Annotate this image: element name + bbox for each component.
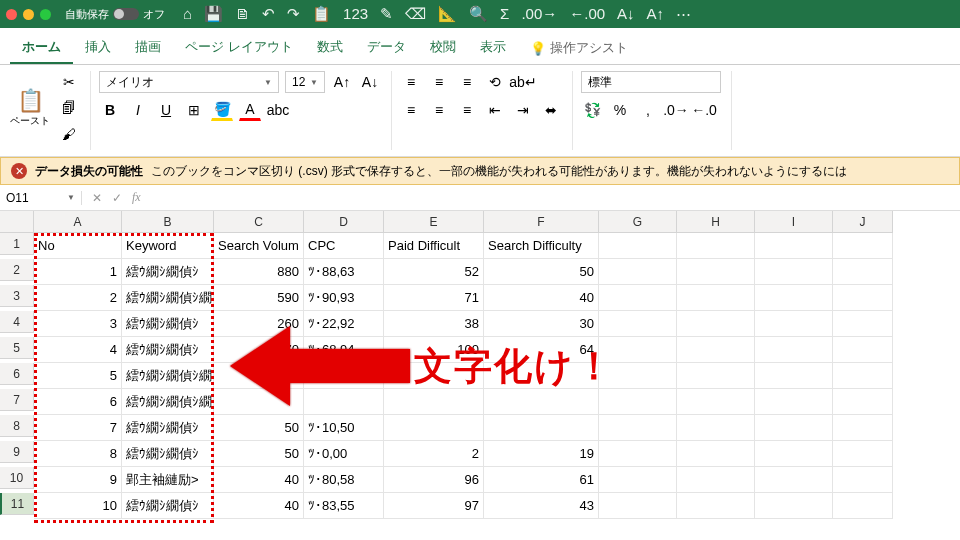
cell[interactable]: 43 bbox=[484, 493, 599, 519]
copy-icon[interactable]: 🗐 bbox=[58, 97, 80, 119]
header-cell[interactable]: Search Difficulty bbox=[484, 233, 599, 259]
cell[interactable] bbox=[755, 467, 833, 493]
cell[interactable] bbox=[833, 259, 893, 285]
align-right-icon[interactable]: ≡ bbox=[456, 99, 478, 121]
font-size-select[interactable]: 12▼ bbox=[285, 71, 325, 93]
cell[interactable] bbox=[833, 311, 893, 337]
cell[interactable] bbox=[484, 415, 599, 441]
cell[interactable] bbox=[833, 337, 893, 363]
decimal-dec-icon[interactable]: ←.00 bbox=[569, 5, 605, 23]
cell[interactable]: 繧ｳ繝ｼ繝偵ｼ繝 bbox=[122, 285, 214, 311]
cell[interactable] bbox=[677, 415, 755, 441]
cell[interactable]: 2 bbox=[384, 441, 484, 467]
header-cell[interactable]: CPC bbox=[304, 233, 384, 259]
cell[interactable] bbox=[833, 493, 893, 519]
cut-icon[interactable]: ✂ bbox=[58, 71, 80, 93]
decrease-indent-icon[interactable]: ⇤ bbox=[484, 99, 506, 121]
cell[interactable]: 6 bbox=[34, 389, 122, 415]
cell[interactable] bbox=[677, 311, 755, 337]
header-cell[interactable]: No bbox=[34, 233, 122, 259]
row-header[interactable]: 6 bbox=[0, 363, 34, 385]
cell[interactable] bbox=[599, 467, 677, 493]
cell[interactable]: 繧ｳ繝ｼ繝偵ｼ bbox=[122, 311, 214, 337]
cell[interactable] bbox=[599, 493, 677, 519]
comma-icon[interactable]: , bbox=[637, 99, 659, 121]
row-header[interactable]: 10 bbox=[0, 467, 34, 489]
cell[interactable]: 71 bbox=[384, 285, 484, 311]
merge-icon[interactable]: ⬌ bbox=[540, 99, 562, 121]
close-warning-button[interactable]: ✕ bbox=[11, 163, 27, 179]
cell[interactable]: 590 bbox=[214, 285, 304, 311]
close-icon[interactable] bbox=[6, 9, 17, 20]
cell[interactable]: 50 bbox=[484, 259, 599, 285]
tab-pagelayout[interactable]: ページ レイアウト bbox=[173, 32, 305, 64]
cell[interactable]: ﾂ･80,58 bbox=[304, 467, 384, 493]
cell[interactable] bbox=[755, 363, 833, 389]
cell[interactable] bbox=[599, 259, 677, 285]
cell[interactable]: 郢主袖縺励> bbox=[122, 467, 214, 493]
header-cell[interactable]: Keyword bbox=[122, 233, 214, 259]
row-header[interactable]: 5 bbox=[0, 337, 34, 359]
clipboard-icon[interactable]: 📋 bbox=[312, 5, 331, 23]
cell[interactable] bbox=[384, 415, 484, 441]
ruler-icon[interactable]: 📐 bbox=[438, 5, 457, 23]
column-header[interactable]: B bbox=[122, 211, 214, 233]
cell[interactable]: ﾂ･10,50 bbox=[304, 415, 384, 441]
header-cell[interactable]: Paid Difficult bbox=[384, 233, 484, 259]
underline-button[interactable]: U bbox=[155, 99, 177, 121]
column-header[interactable]: E bbox=[384, 211, 484, 233]
row-header[interactable]: 9 bbox=[0, 441, 34, 463]
row-header[interactable]: 2 bbox=[0, 259, 34, 281]
tab-review[interactable]: 校閲 bbox=[418, 32, 468, 64]
increase-font-icon[interactable]: A↑ bbox=[331, 71, 353, 93]
column-header[interactable]: I bbox=[755, 211, 833, 233]
window-controls[interactable] bbox=[6, 9, 51, 20]
cell[interactable] bbox=[677, 389, 755, 415]
number-format-select[interactable]: 標準 bbox=[581, 71, 721, 93]
cell[interactable]: 4 bbox=[34, 337, 122, 363]
cell[interactable]: 40 bbox=[214, 467, 304, 493]
sigma-icon[interactable]: Σ bbox=[500, 5, 509, 23]
cell[interactable] bbox=[833, 467, 893, 493]
tab-home[interactable]: ホーム bbox=[10, 32, 73, 64]
tab-view[interactable]: 表示 bbox=[468, 32, 518, 64]
tab-draw[interactable]: 描画 bbox=[123, 32, 173, 64]
cell[interactable]: 繧ｳ繝ｼ繝偵ｼ bbox=[122, 337, 214, 363]
zoom-icon[interactable] bbox=[40, 9, 51, 20]
header-cell[interactable]: Search Volum bbox=[214, 233, 304, 259]
cancel-formula-icon[interactable]: ✕ bbox=[92, 191, 102, 205]
orientation-icon[interactable]: ⟲ bbox=[484, 71, 506, 93]
cell[interactable] bbox=[755, 311, 833, 337]
pen-icon[interactable]: ✎ bbox=[380, 5, 393, 23]
cell[interactable]: ﾂ･88,63 bbox=[304, 259, 384, 285]
cell[interactable] bbox=[755, 389, 833, 415]
sort-za-icon[interactable]: A↑ bbox=[647, 5, 665, 23]
name-box[interactable]: O11▼ bbox=[0, 191, 82, 205]
header-cell[interactable] bbox=[677, 233, 755, 259]
column-header[interactable]: J bbox=[833, 211, 893, 233]
align-left-icon[interactable]: ≡ bbox=[400, 99, 422, 121]
cell[interactable]: 2 bbox=[34, 285, 122, 311]
cell[interactable]: ﾂ･90,93 bbox=[304, 285, 384, 311]
cell[interactable]: 10 bbox=[34, 493, 122, 519]
cell[interactable]: 19 bbox=[484, 441, 599, 467]
decimal-dec-icon[interactable]: ←.0 bbox=[693, 99, 715, 121]
wrap-text-icon[interactable]: ab↵ bbox=[512, 71, 534, 93]
cell[interactable] bbox=[755, 493, 833, 519]
fill-color-button[interactable]: 🪣 bbox=[211, 99, 233, 121]
row-header[interactable]: 8 bbox=[0, 415, 34, 437]
cell[interactable]: 9 bbox=[34, 467, 122, 493]
align-top-icon[interactable]: ≡ bbox=[400, 71, 422, 93]
cell[interactable] bbox=[599, 415, 677, 441]
cell[interactable]: 96 bbox=[384, 467, 484, 493]
decimal-inc-icon[interactable]: .00→ bbox=[521, 5, 557, 23]
number-icon[interactable]: 123 bbox=[343, 5, 368, 23]
cell[interactable]: 97 bbox=[384, 493, 484, 519]
cell[interactable] bbox=[755, 415, 833, 441]
cell[interactable] bbox=[677, 363, 755, 389]
home-icon[interactable]: ⌂ bbox=[183, 5, 192, 23]
cell[interactable]: 50 bbox=[214, 415, 304, 441]
cell[interactable]: ﾂ･0,00 bbox=[304, 441, 384, 467]
minimize-icon[interactable] bbox=[23, 9, 34, 20]
ellipsis-icon[interactable]: ⋯ bbox=[676, 5, 691, 23]
